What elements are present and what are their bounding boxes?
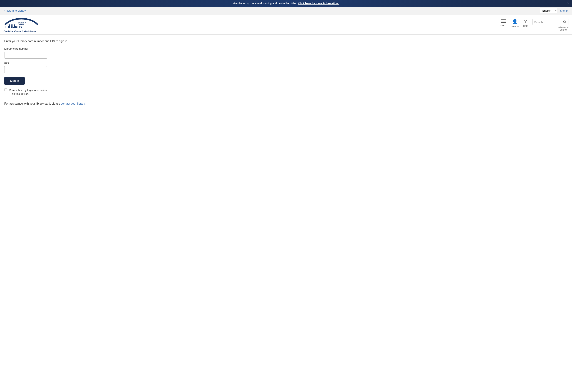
help-icon: ?	[524, 19, 527, 24]
remember-me-row: Remember my login information on this de…	[4, 88, 568, 96]
account-button[interactable]: 👤 Account	[510, 19, 519, 28]
pin-input[interactable]	[4, 66, 47, 73]
hamburger-icon	[501, 19, 506, 23]
banner-text: Get the scoop on award winning and bests…	[233, 2, 298, 5]
svg-line-7	[565, 22, 566, 24]
help-button[interactable]: ? Help	[523, 19, 528, 27]
search-button[interactable]	[561, 19, 568, 25]
language-selector[interactable]: English Français Español	[540, 8, 557, 13]
remember-label[interactable]: Remember my login information on this de…	[9, 88, 47, 96]
card-number-label: Library card number	[4, 47, 568, 50]
account-label: Account	[510, 25, 519, 28]
card-number-input[interactable]	[4, 52, 47, 59]
menu-label: Menu	[501, 24, 507, 27]
assistance-static: For assistance with your library card, p…	[4, 102, 61, 105]
pin-label: PIN	[4, 62, 568, 65]
header-sign-in-link[interactable]: Sign In	[560, 9, 568, 12]
promo-banner: Get the scoop on award winning and bests…	[0, 0, 572, 7]
help-label: Help	[523, 25, 528, 27]
banner-close-button[interactable]: ×	[567, 2, 569, 5]
search-bar	[532, 19, 568, 25]
top-nav-right: English Français Español Sign In	[540, 8, 568, 13]
site-header: TORONTO PUBLIC LIBRARY OverDrive eBooks …	[0, 15, 572, 35]
search-icon	[563, 20, 566, 24]
assistance-text: For assistance with your library card, p…	[4, 102, 568, 105]
return-to-library-link[interactable]: « Return to Library	[4, 9, 26, 12]
search-area: AdvancedSearch	[532, 19, 568, 31]
logo-area: TORONTO PUBLIC LIBRARY OverDrive eBooks …	[4, 17, 39, 33]
advanced-search-link[interactable]: AdvancedSearch	[558, 26, 568, 31]
main-content: Enter your Library card number and PIN t…	[0, 35, 572, 110]
menu-button[interactable]: Menu	[501, 19, 507, 27]
banner-link[interactable]: Click here for more information.	[298, 2, 339, 5]
logo-subtitle: OverDrive eBooks & eAudiobooks	[4, 30, 39, 33]
svg-text:TORONTO: TORONTO	[18, 21, 26, 23]
library-logo: TORONTO PUBLIC LIBRARY	[4, 17, 39, 30]
top-navigation: « Return to Library English Français Esp…	[0, 7, 572, 15]
sign-in-button[interactable]: Sign In	[4, 77, 25, 85]
contact-library-link[interactable]: contact your library.	[61, 102, 86, 105]
person-icon: 👤	[512, 19, 518, 24]
card-number-field-group: Library card number	[4, 47, 568, 59]
svg-text:LIBRARY: LIBRARY	[5, 25, 23, 29]
pin-field-group: PIN	[4, 62, 568, 73]
remember-checkbox[interactable]	[4, 89, 7, 91]
header-nav-icons: Menu 👤 Account ? Help AdvancedSe	[501, 19, 568, 31]
intro-text: Enter your Library card number and PIN t…	[4, 40, 568, 43]
search-input[interactable]	[533, 19, 561, 25]
